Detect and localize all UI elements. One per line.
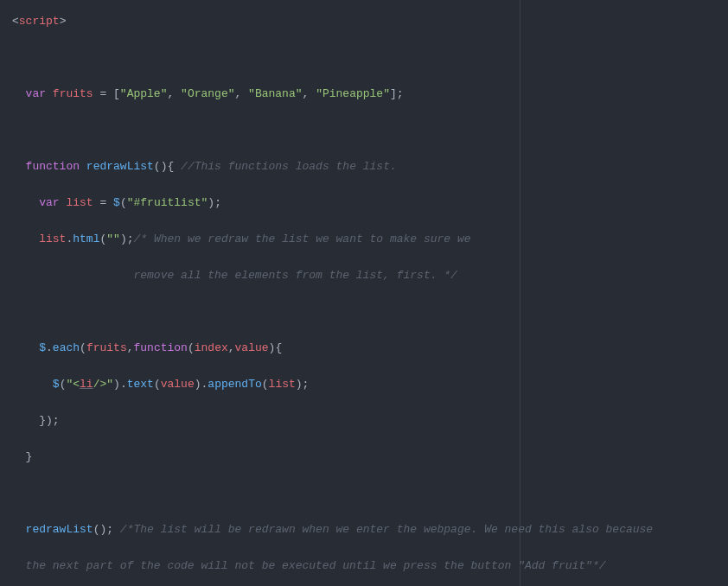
code-line: }: [12, 448, 716, 466]
code-line: remove all the elements from the list, f…: [12, 266, 716, 284]
code-line: the next part of the code will not be ex…: [12, 557, 716, 575]
code-line: [12, 48, 716, 67]
code-line: <script>: [12, 12, 716, 30]
code-line: $.each(fruits,function(index,value){: [12, 339, 716, 357]
code-editor[interactable]: <script> var fruits = ["Apple", "Orange"…: [0, 0, 728, 586]
code-line: function redrawList(){ //This functions …: [12, 157, 716, 175]
code-line: [12, 484, 716, 502]
code-line: redrawList(); /*The list will be redrawn…: [12, 520, 716, 538]
code-line: list.html("");/* When we redraw the list…: [12, 230, 716, 248]
code-line: $("<li/>").text(value).appendTo(list);: [12, 375, 716, 393]
code-line: });: [12, 411, 716, 430]
code-line: var list = $("#fruitlist");: [12, 194, 716, 212]
code-line: [12, 121, 716, 139]
code-line: var fruits = ["Apple", "Orange", "Banana…: [12, 85, 716, 103]
code-line: [12, 303, 716, 321]
